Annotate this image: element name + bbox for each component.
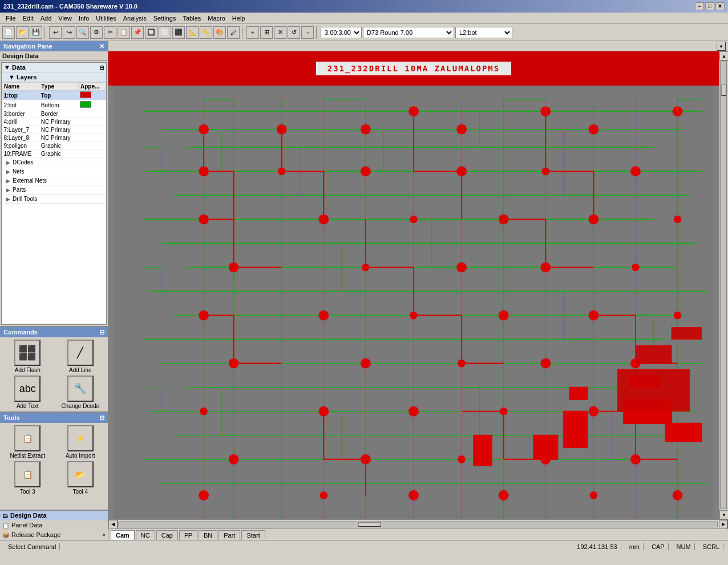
coord-combo[interactable]: 3.00:3.00 [321, 27, 362, 38]
tb-btn4[interactable]: ⚙ [90, 26, 103, 39]
data-collapse-btn[interactable]: ⊟ [99, 64, 104, 71]
menu-item-file[interactable]: File [2, 14, 19, 23]
tool-item-1[interactable]: ⚡Auto Import [55, 425, 106, 459]
list-item[interactable]: ▶External Nets [2, 176, 106, 185]
command-item-1[interactable]: ╱Add Line [55, 340, 106, 373]
table-row[interactable]: 3:borderBorder [2, 110, 106, 118]
tb-btn7[interactable]: 📌 [131, 26, 144, 39]
undo-button[interactable]: ↩ [49, 26, 62, 39]
svg-point-80 [590, 492, 597, 499]
canvas-tab-cap[interactable]: Cap [156, 530, 178, 540]
new-button[interactable]: 📄 [2, 26, 15, 39]
scroll-right-arrow[interactable]: ▶ [719, 520, 728, 529]
list-item[interactable]: ▶DCodes [2, 158, 106, 167]
menu-item-tables[interactable]: Tables [179, 14, 204, 23]
vscroll-down[interactable]: ▼ [719, 510, 728, 519]
list-item[interactable]: ▶Nets [2, 167, 106, 176]
scroll-track[interactable] [119, 522, 718, 527]
nav-design-data[interactable]: 🗂 Design Data [0, 511, 108, 520]
tb-btn11[interactable]: 📐 [186, 26, 199, 39]
command-item-2[interactable]: abcAdd Text [2, 376, 53, 409]
nav-release-package[interactable]: 📦 Release Package » [0, 530, 108, 540]
minimize-button[interactable]: − [695, 2, 704, 10]
data-section-header[interactable]: ▼ Data ⊟ [2, 63, 106, 72]
tb-btn9[interactable]: ⬜ [159, 26, 171, 39]
canvas-main[interactable]: 231_232DRILL 10MA ZALUMALOPMS [108, 51, 719, 519]
nav-panel-data[interactable]: 📋 Panel Data [0, 520, 108, 530]
tb-btn13[interactable]: 🎨 [213, 26, 226, 39]
list-item[interactable]: ▶Drill Tools [2, 195, 106, 204]
menu-item-macro[interactable]: Macro [204, 14, 229, 23]
vscroll-track[interactable] [721, 62, 727, 509]
canvas-tab-fp[interactable]: FP [179, 530, 197, 540]
scroll-left-arrow[interactable]: ◀ [108, 520, 118, 529]
layer-color [78, 110, 106, 118]
titlebar-controls[interactable]: − □ ✕ [695, 2, 725, 10]
menu-item-edit[interactable]: Edit [19, 14, 37, 23]
nav-pane-close[interactable]: ✕ [99, 43, 104, 50]
pcb-canvas[interactable] [108, 51, 719, 519]
command-item-3[interactable]: 🔧Change Dcode [55, 376, 106, 409]
right-vscroll[interactable]: ▲ ▼ [719, 51, 728, 519]
tb-btn10[interactable]: ⬛ [172, 26, 185, 39]
dcode-combo[interactable]: D73 Round 7.00 [363, 27, 454, 38]
table-row[interactable]: 9:poligonGraphic [2, 142, 106, 150]
tb-btn17[interactable]: ✕ [274, 26, 286, 39]
menu-item-help[interactable]: Help [229, 14, 249, 23]
tools-header: Tools ⊟ [0, 413, 108, 423]
close-button[interactable]: ✕ [715, 2, 725, 10]
menu-item-info[interactable]: Info [75, 14, 92, 23]
menu-item-utilities[interactable]: Utilities [92, 14, 119, 23]
command-item-0[interactable]: ⬛⬛⬛⬛Add Flash [2, 340, 53, 373]
tb-btn8[interactable]: 🔲 [145, 26, 157, 39]
table-row[interactable]: 4:drillNC Primary [2, 118, 106, 126]
restore-button[interactable]: □ [705, 2, 714, 10]
tool-item-2[interactable]: 📋Tool 3 [2, 461, 53, 495]
canvas-tab-bn[interactable]: BN [199, 530, 217, 540]
redo-button[interactable]: ↪ [63, 26, 75, 39]
table-row[interactable]: 10:FRAMEGraphic [2, 150, 106, 158]
vscroll-thumb[interactable] [721, 84, 726, 96]
tool-item-3[interactable]: 📂Tool 4 [55, 461, 106, 495]
tb-btn12[interactable]: 📏 [200, 26, 212, 39]
save-button[interactable]: 💾 [30, 26, 42, 39]
tb-btn18[interactable]: ↺ [288, 26, 300, 39]
tb-btn14[interactable]: 🖊 [227, 26, 240, 39]
commands-label: Commands [3, 329, 38, 336]
menu-item-settings[interactable]: Settings [150, 14, 180, 23]
table-row[interactable]: 8:Layer_8NC Primary [2, 134, 106, 142]
layer-color [78, 150, 106, 158]
open-button[interactable]: 📂 [16, 26, 29, 39]
vscroll-up[interactable]: ▲ [719, 51, 728, 60]
tb-btn3[interactable]: 🔍 [76, 26, 89, 39]
tool-item-0[interactable]: 📋Netlist Extract [2, 425, 53, 459]
col-appe: Appe... [78, 83, 106, 91]
tb-btn5[interactable]: ✂ [104, 26, 116, 39]
tools-section: Tools ⊟ 📋Netlist Extract⚡Auto Import📋Too… [0, 411, 108, 497]
layer-type: Border [39, 110, 79, 118]
table-row[interactable]: 2:botBottom [2, 100, 106, 110]
tb-btn19[interactable]: → [301, 26, 314, 39]
nav-expand-icon: » [103, 532, 106, 538]
menu-item-analysis[interactable]: Analysis [120, 14, 150, 23]
menu-item-add[interactable]: Add [37, 14, 55, 23]
list-item[interactable]: ▶Parts [2, 185, 106, 195]
tb-btn16[interactable]: ⊞ [260, 26, 273, 39]
table-row[interactable]: 1:topTop [2, 91, 106, 100]
svg-point-54 [632, 264, 640, 271]
scroll-thumb[interactable] [358, 522, 381, 527]
tb-btn15[interactable]: + [246, 26, 259, 39]
canvas-tab-cam[interactable]: Cam [111, 530, 135, 540]
tb-btn6[interactable]: 📋 [118, 26, 130, 39]
layer-combo[interactable]: L2:bot [455, 27, 512, 38]
canvas-tab-part[interactable]: Part [219, 530, 240, 540]
layers-header[interactable]: ▼ Layers [2, 72, 106, 82]
table-row[interactable]: 7:Layer_7NC Primary [2, 126, 106, 134]
menu-item-view[interactable]: View [55, 14, 75, 23]
tools-collapse[interactable]: ⊟ [99, 414, 104, 422]
canvas-tab-nc[interactable]: NC [136, 530, 155, 540]
commands-collapse[interactable]: ⊟ [99, 329, 104, 336]
scroll-up-arrow[interactable]: ▲ [717, 42, 726, 51]
expand-icon: ▶ [6, 160, 10, 166]
canvas-tab-start[interactable]: Start [241, 530, 265, 540]
